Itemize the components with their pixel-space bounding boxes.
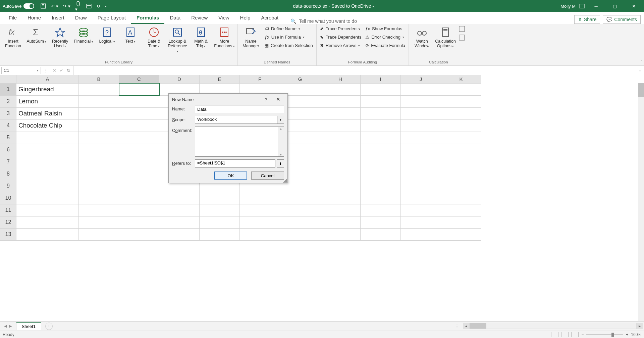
autosave-toggle[interactable] [23, 3, 34, 9]
row-header-6[interactable]: 6 [0, 144, 16, 156]
cell-C8[interactable] [119, 168, 159, 180]
close-button[interactable]: ✕ [626, 0, 641, 12]
cell-A2[interactable]: Lemon [16, 95, 79, 107]
use-in-formula-button[interactable]: ƒxUse in Formula [264, 34, 314, 40]
cell-C2[interactable] [119, 95, 159, 107]
row-header-7[interactable]: 7 [0, 156, 16, 168]
row-header-4[interactable]: 4 [0, 119, 16, 132]
cell-J3[interactable] [401, 107, 441, 119]
cell-A10[interactable] [16, 192, 79, 204]
cell-A3[interactable]: Oatmeal Raisin [16, 107, 79, 119]
user-badge-icon[interactable] [579, 4, 585, 8]
row-header-9[interactable]: 9 [0, 180, 16, 192]
comments-button[interactable]: 💬Comments [603, 15, 641, 24]
sheet-tab-sheet1[interactable]: Sheet1 [16, 322, 41, 330]
collapse-ribbon-icon[interactable]: ˆ [641, 60, 642, 64]
tab-file[interactable]: File [3, 12, 22, 24]
cell-B11[interactable] [79, 204, 119, 216]
mouse-icon[interactable]: ▾ [75, 1, 81, 12]
cell-J5[interactable] [401, 132, 441, 144]
cell-A1[interactable]: Gingerbread [16, 83, 79, 95]
cell-K11[interactable] [441, 204, 481, 216]
col-header-I[interactable]: I [361, 75, 401, 83]
scope-dropdown-icon[interactable]: ▾ [277, 116, 284, 124]
cell-I4[interactable] [361, 119, 401, 132]
cell-K3[interactable] [441, 107, 481, 119]
comment-textarea[interactable]: ▴ ▾ [195, 127, 284, 157]
cell-I7[interactable] [361, 156, 401, 168]
cell-J1[interactable] [401, 83, 441, 95]
sheet-nav-next-icon[interactable]: ► [8, 324, 13, 329]
cell-K2[interactable] [441, 95, 481, 107]
more-functions-button[interactable]: More Functions [214, 26, 235, 49]
spreadsheet-grid[interactable]: A B C D E F G H I J K 1Gingerbread2Lemon… [0, 75, 644, 321]
refresh-icon[interactable]: ↻ [97, 4, 100, 9]
cell-I1[interactable] [361, 83, 401, 95]
zoom-slider[interactable] [586, 334, 623, 335]
cell-H12[interactable] [320, 216, 361, 228]
tab-review[interactable]: Review [186, 12, 213, 24]
cell-B9[interactable] [79, 180, 119, 192]
cell-K5[interactable] [441, 132, 481, 144]
cell-A13[interactable] [16, 228, 79, 240]
cell-A4[interactable]: Chocolate Chip [16, 119, 79, 132]
cell-H2[interactable] [320, 95, 361, 107]
cell-F13[interactable] [240, 228, 280, 240]
zoom-in-button[interactable]: + [626, 332, 628, 337]
view-page-layout-icon[interactable] [561, 332, 569, 337]
evaluate-formula-button[interactable]: ⊘Evaluate Formula [365, 42, 406, 49]
cell-H3[interactable] [320, 107, 361, 119]
cell-I9[interactable] [361, 180, 401, 192]
dialog-close-button[interactable]: ✕ [272, 96, 284, 102]
dialog-resize-grip[interactable] [283, 179, 287, 183]
cell-A8[interactable] [16, 168, 79, 180]
financial-button[interactable]: Financial [73, 26, 94, 44]
autosum-button[interactable]: Σ AutoSum [26, 26, 47, 44]
name-manager-button[interactable]: Name Manager [240, 26, 261, 49]
cell-E13[interactable] [200, 228, 240, 240]
row-header-10[interactable]: 10 [0, 192, 16, 204]
cell-K1[interactable] [441, 83, 481, 95]
cell-D12[interactable] [159, 216, 200, 228]
cell-F12[interactable] [240, 216, 280, 228]
form-icon[interactable] [86, 3, 92, 9]
tab-formulas[interactable]: Formulas [131, 12, 165, 24]
row-header-12[interactable]: 12 [0, 216, 16, 228]
cell-B5[interactable] [79, 132, 119, 144]
show-formulas-button[interactable]: ƒxShow Formulas [365, 26, 406, 32]
fx-icon-small[interactable]: fx [67, 68, 70, 73]
cell-H5[interactable] [320, 132, 361, 144]
cell-C9[interactable] [119, 180, 159, 192]
cell-D11[interactable] [159, 204, 200, 216]
tab-insert[interactable]: Insert [46, 12, 70, 24]
cell-J11[interactable] [401, 204, 441, 216]
cell-B6[interactable] [79, 144, 119, 156]
comment-scrollbar[interactable]: ▴ ▾ [278, 127, 284, 156]
cell-J4[interactable] [401, 119, 441, 132]
cell-H9[interactable] [320, 180, 361, 192]
trace-dependents-button[interactable]: ⬊Trace Dependents [319, 34, 362, 40]
cell-B7[interactable] [79, 156, 119, 168]
cell-B12[interactable] [79, 216, 119, 228]
cell-D10[interactable] [159, 192, 200, 204]
undo-icon[interactable]: ↶ ▾ [51, 4, 58, 9]
save-icon[interactable] [40, 3, 46, 9]
cell-K8[interactable] [441, 168, 481, 180]
cell-H13[interactable] [320, 228, 361, 240]
tab-home[interactable]: Home [22, 12, 46, 24]
cell-H6[interactable] [320, 144, 361, 156]
cell-J13[interactable] [401, 228, 441, 240]
cell-A12[interactable] [16, 216, 79, 228]
cell-H10[interactable] [320, 192, 361, 204]
autosave[interactable]: AutoSave [3, 3, 34, 9]
calc-now-icon[interactable] [459, 26, 465, 32]
insert-function-button[interactable]: fx Insert Function [3, 26, 23, 49]
add-sheet-button[interactable]: + [45, 323, 53, 330]
cancel-formula-icon[interactable]: ✕ [53, 68, 56, 73]
hscroll-right-icon[interactable]: ► [637, 323, 643, 329]
cell-K13[interactable] [441, 228, 481, 240]
cell-K4[interactable] [441, 119, 481, 132]
tab-view[interactable]: View [213, 12, 234, 24]
cell-J10[interactable] [401, 192, 441, 204]
cell-F10[interactable] [240, 192, 280, 204]
